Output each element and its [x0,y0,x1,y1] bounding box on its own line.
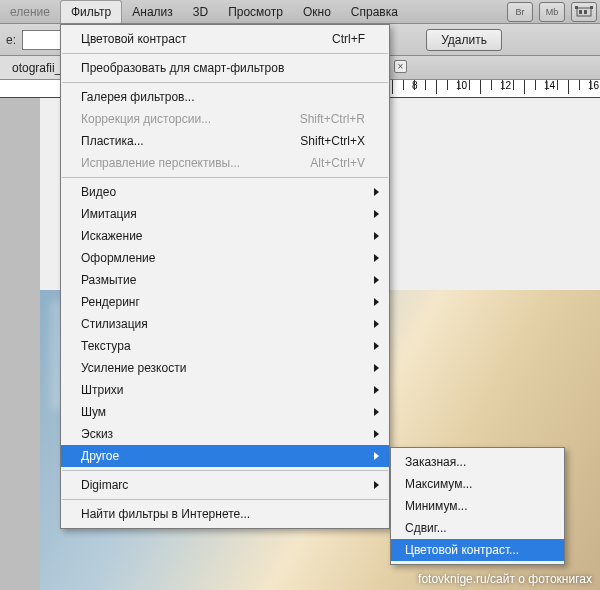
menubar: еление Фильтр Анализ 3D Просмотр Окно Сп… [0,0,600,24]
menu-shortcut: Ctrl+F [332,32,365,46]
menu-item-label: Коррекция дисторсии... [81,112,211,126]
menu-item[interactable]: Шум [61,401,389,423]
menu-separator [62,177,388,178]
menu-item[interactable]: Размытие [61,269,389,291]
menu-separator [62,499,388,500]
menu-shortcut: Shift+Ctrl+X [300,134,365,148]
menu-item-3d[interactable]: 3D [183,0,218,23]
menu-item[interactable]: Другое [61,445,389,467]
menu-item-label: Рендеринг [81,295,140,309]
menu-item-filter[interactable]: Фильтр [60,0,122,23]
menu-item-label: Преобразовать для смарт-фильтров [81,61,284,75]
menu-item[interactable]: Пластика...Shift+Ctrl+X [61,130,389,152]
menu-item[interactable]: Найти фильтры в Интернете... [61,503,389,525]
menu-item-label: Эскиз [81,427,113,441]
submenu-item[interactable]: Сдвиг... [391,517,564,539]
menu-item[interactable]: Оформление [61,247,389,269]
menu-item-label: Исправление перспективы... [81,156,240,170]
menu-item-label: Цветовой контраст [81,32,186,46]
menu-item[interactable]: Стилизация [61,313,389,335]
menu-separator [62,82,388,83]
menu-item-label: Искажение [81,229,143,243]
submenu-item[interactable]: Цветовой контраст... [391,539,564,561]
menu-shortcut: Alt+Ctrl+V [310,156,365,170]
menu-item-help[interactable]: Справка [341,0,408,23]
menu-item[interactable]: Эскиз [61,423,389,445]
menu-item[interactable]: Галерея фильтров... [61,86,389,108]
svg-rect-2 [584,10,587,14]
menu-shortcut: Shift+Ctrl+R [300,112,365,126]
tab-close-icon[interactable]: × [394,60,407,73]
menu-item[interactable]: Digimarc [61,474,389,496]
svg-rect-1 [579,10,582,14]
menu-item[interactable]: Искажение [61,225,389,247]
menu-item-view[interactable]: Просмотр [218,0,293,23]
menu-item[interactable]: Имитация [61,203,389,225]
tab-label: otografii_ [12,61,61,75]
bridge-icon[interactable]: Br [507,2,533,22]
menu-item[interactable]: Усиление резкости [61,357,389,379]
menu-item-label: Галерея фильтров... [81,90,194,104]
menu-item-label: Размытие [81,273,136,287]
menu-separator [62,53,388,54]
menu-item-label: Другое [81,449,119,463]
menu-separator [62,470,388,471]
submenu-item[interactable]: Максимум... [391,473,564,495]
menu-item-label: Усиление резкости [81,361,186,375]
menu-item[interactable]: Преобразовать для смарт-фильтров [61,57,389,79]
menu-item-label: Видео [81,185,116,199]
film-icon[interactable] [571,2,597,22]
menu-item-truncated[interactable]: еление [8,0,60,23]
menu-item[interactable]: Рендеринг [61,291,389,313]
menu-item-label: Найти фильтры в Интернете... [81,507,250,521]
submenu-item[interactable]: Минимум... [391,495,564,517]
watermark: fotovknige.ru/сайт о фотокнигах [418,572,592,586]
menu-item-window[interactable]: Окно [293,0,341,23]
menu-item-analysis[interactable]: Анализ [122,0,183,23]
menu-item-label: Текстура [81,339,131,353]
menu-item-label: Пластика... [81,134,144,148]
filmstrip-icon [576,6,592,18]
menu-item: Коррекция дисторсии...Shift+Ctrl+R [61,108,389,130]
menu-item-label: Имитация [81,207,137,221]
filter-dropdown: Цветовой контрастCtrl+FПреобразовать для… [60,24,390,529]
menu-item[interactable]: Текстура [61,335,389,357]
menu-item[interactable]: Видео [61,181,389,203]
canvas-pasteboard [0,98,40,590]
delete-button[interactable]: Удалить [426,29,502,51]
menu-item-label: Digimarc [81,478,128,492]
menu-item[interactable]: Цветовой контрастCtrl+F [61,28,389,50]
option-label: е: [6,33,16,47]
submenu-item[interactable]: Заказная... [391,451,564,473]
menu-item-label: Стилизация [81,317,148,331]
menu-item-label: Шум [81,405,106,419]
menu-item-label: Штрихи [81,383,124,397]
filter-other-submenu: Заказная...Максимум...Минимум...Сдвиг...… [390,447,565,565]
menu-item[interactable]: Штрихи [61,379,389,401]
menu-item: Исправление перспективы...Alt+Ctrl+V [61,152,389,174]
menu-item-label: Оформление [81,251,155,265]
minibridge-icon[interactable]: Mb [539,2,565,22]
